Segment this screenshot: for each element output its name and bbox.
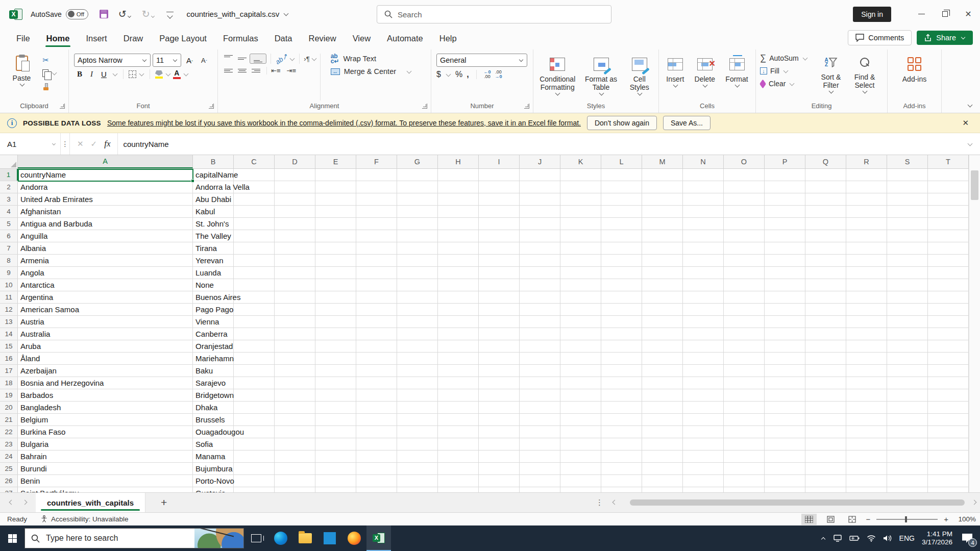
empty-cell[interactable]	[601, 206, 642, 217]
empty-cell[interactable]	[683, 169, 724, 181]
wrap-text-button[interactable]: abc↵ Wrap Text	[331, 54, 412, 64]
empty-cell[interactable]	[397, 450, 438, 462]
empty-cell[interactable]	[234, 438, 275, 450]
empty-cell[interactable]	[438, 438, 479, 450]
task-view-button[interactable]	[244, 525, 268, 551]
empty-cell[interactable]	[846, 450, 887, 462]
empty-cell[interactable]	[928, 475, 969, 487]
empty-cell[interactable]	[846, 206, 887, 217]
empty-cell[interactable]	[805, 291, 846, 303]
empty-cell[interactable]	[887, 475, 928, 487]
empty-cell[interactable]	[438, 377, 479, 389]
empty-cell[interactable]	[275, 181, 315, 193]
row-header-12[interactable]: 12	[0, 304, 18, 315]
empty-cell[interactable]	[275, 463, 315, 474]
empty-cell[interactable]	[520, 316, 560, 328]
cell-B21[interactable]: Brussels	[193, 414, 234, 425]
empty-cell[interactable]	[846, 328, 887, 340]
empty-cell[interactable]	[275, 402, 315, 413]
empty-cell[interactable]	[479, 450, 520, 462]
formula-input[interactable]: countryName	[118, 133, 960, 155]
cell-A13[interactable]: Austria	[18, 316, 193, 328]
empty-cell[interactable]	[887, 316, 928, 328]
scrollbar-kebab-icon[interactable]: ⋮	[591, 498, 608, 507]
empty-cell[interactable]	[928, 463, 969, 474]
empty-cell[interactable]	[560, 414, 601, 425]
empty-cell[interactable]	[438, 426, 479, 438]
empty-cell[interactable]	[846, 438, 887, 450]
empty-cell[interactable]	[479, 230, 520, 242]
row-header-10[interactable]: 10	[0, 279, 18, 291]
empty-cell[interactable]	[601, 328, 642, 340]
cell-A3[interactable]: United Arab Emirates	[18, 193, 193, 205]
empty-cell[interactable]	[642, 169, 683, 181]
empty-cell[interactable]	[315, 402, 356, 413]
empty-cell[interactable]	[479, 475, 520, 487]
empty-cell[interactable]	[520, 450, 560, 462]
empty-cell[interactable]	[601, 242, 642, 254]
empty-cell[interactable]	[724, 353, 765, 364]
empty-cell[interactable]	[846, 267, 887, 279]
empty-cell[interactable]	[520, 230, 560, 242]
empty-cell[interactable]	[315, 475, 356, 487]
percent-button[interactable]: %	[455, 70, 462, 79]
empty-cell[interactable]	[683, 181, 724, 193]
empty-cell[interactable]	[315, 267, 356, 279]
empty-cell[interactable]	[397, 181, 438, 193]
empty-cell[interactable]	[601, 255, 642, 266]
cell-styles-button[interactable]: Cell Styles	[623, 55, 656, 97]
firefox-app-button[interactable]	[342, 525, 366, 551]
empty-cell[interactable]	[438, 267, 479, 279]
empty-cell[interactable]	[560, 353, 601, 364]
row-header-18[interactable]: 18	[0, 377, 18, 389]
empty-cell[interactable]	[765, 450, 805, 462]
empty-cell[interactable]	[765, 377, 805, 389]
page-layout-view-button[interactable]	[823, 514, 838, 525]
empty-cell[interactable]	[601, 426, 642, 438]
empty-cell[interactable]	[479, 438, 520, 450]
empty-cell[interactable]	[520, 487, 560, 492]
empty-cell[interactable]	[805, 463, 846, 474]
empty-cell[interactable]	[397, 365, 438, 377]
empty-cell[interactable]	[765, 365, 805, 377]
empty-cell[interactable]	[234, 402, 275, 413]
column-header-H[interactable]: H	[438, 155, 479, 168]
empty-cell[interactable]	[642, 450, 683, 462]
empty-cell[interactable]	[642, 389, 683, 401]
empty-cell[interactable]	[846, 230, 887, 242]
empty-cell[interactable]	[601, 304, 642, 315]
cell-B22[interactable]: Ouagadougou	[193, 426, 234, 438]
cell-B11[interactable]: Buenos Aires	[193, 291, 234, 303]
empty-cell[interactable]	[846, 291, 887, 303]
empty-cell[interactable]	[724, 193, 765, 205]
empty-cell[interactable]	[642, 414, 683, 425]
empty-cell[interactable]	[887, 402, 928, 413]
empty-cell[interactable]	[234, 169, 275, 181]
empty-cell[interactable]	[234, 267, 275, 279]
empty-cell[interactable]	[765, 340, 805, 352]
search-box[interactable]: Search	[377, 5, 611, 23]
empty-cell[interactable]	[724, 340, 765, 352]
empty-cell[interactable]	[642, 193, 683, 205]
empty-cell[interactable]	[479, 463, 520, 474]
underline-button[interactable]: U	[98, 69, 110, 79]
empty-cell[interactable]	[560, 255, 601, 266]
empty-cell[interactable]	[520, 291, 560, 303]
empty-cell[interactable]	[275, 267, 315, 279]
normal-view-button[interactable]	[801, 514, 817, 525]
empty-cell[interactable]	[724, 206, 765, 217]
empty-cell[interactable]	[560, 450, 601, 462]
empty-cell[interactable]	[520, 267, 560, 279]
empty-cell[interactable]	[275, 353, 315, 364]
empty-cell[interactable]	[928, 255, 969, 266]
empty-cell[interactable]	[315, 169, 356, 181]
alignment-dialog-launcher[interactable]	[422, 104, 427, 109]
empty-cell[interactable]	[683, 450, 724, 462]
row-header-1[interactable]: 1	[0, 169, 18, 181]
empty-cell[interactable]	[765, 475, 805, 487]
column-header-T[interactable]: T	[928, 155, 969, 168]
column-header-K[interactable]: K	[560, 155, 601, 168]
empty-cell[interactable]	[724, 475, 765, 487]
empty-cell[interactable]	[479, 304, 520, 315]
horizontal-scrollbar-thumb[interactable]	[630, 499, 965, 506]
